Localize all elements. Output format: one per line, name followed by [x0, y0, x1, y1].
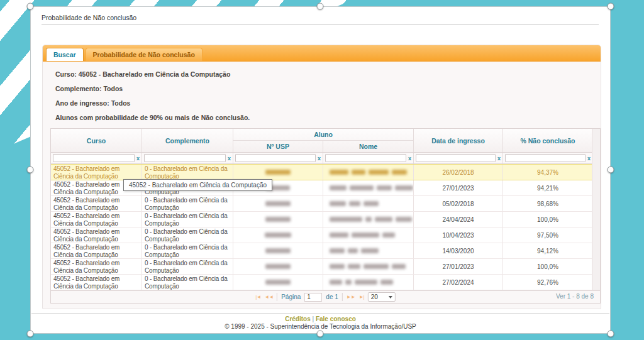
redacted-text-block [375, 217, 392, 222]
filter-clear-button[interactable]: x [587, 155, 591, 162]
summary-curso: Curso: 45052 - Bacharelado em Ciência da… [55, 70, 601, 85]
cell-data-ingresso: 27/01/2023 [414, 259, 503, 274]
selection-handle-top-left[interactable] [27, 3, 34, 10]
cell-pct-nao-conclusao: 94,12% [503, 243, 593, 258]
cell-complemento: 0 - Bacharelado em Ciência da Computação [142, 259, 233, 274]
redacted-text-block [348, 264, 360, 269]
redacted-text-block [392, 170, 407, 175]
grid-scrollbar-track [592, 129, 600, 290]
course-tooltip: 45052 - Bacharelado em Ciência da Comput… [123, 179, 272, 191]
cell-data-ingresso: 24/04/2024 [414, 212, 503, 227]
filter-clear-button[interactable]: x [136, 155, 140, 162]
editor-canvas: Probabilidade de Não conclusão Buscar Pr… [0, 0, 644, 340]
cell-complemento: 0 - Bacharelado em Ciência da Computação [142, 196, 233, 211]
column-header-nusp[interactable]: Nº USP [233, 141, 323, 152]
filter-input[interactable] [144, 154, 226, 162]
column-header-curso[interactable]: Curso [51, 129, 142, 152]
pager-page-input[interactable] [304, 293, 322, 302]
fale-conosco-link[interactable]: Fale conosco [316, 315, 356, 322]
cell-pct-nao-conclusao: 94,21% [503, 180, 593, 195]
cell-curso: 45052 - Bacharelado em Ciência da Comput… [51, 275, 142, 290]
selection-handle-bottom-left[interactable] [27, 331, 34, 337]
filter-clear-button[interactable]: x [408, 155, 411, 162]
page-size-select[interactable]: 20 [368, 292, 396, 302]
selection-handle-top-center[interactable] [317, 3, 324, 10]
cell-nome-redacted [323, 275, 414, 290]
screenshot-panel: Probabilidade de Não conclusão Buscar Pr… [30, 6, 611, 334]
redacted-text-block [350, 185, 374, 190]
filter-cell: x [414, 153, 503, 163]
table-row[interactable]: 45052 - Bacharelado em Ciência da Comput… [51, 164, 600, 180]
column-header-data-ingresso[interactable]: Data de ingresso [414, 129, 503, 152]
table-row[interactable]: 45052 - Bacharelado em Ciência da Comput… [51, 196, 600, 212]
table-row[interactable]: 45052 - Bacharelado em Ciência da Comput… [51, 228, 600, 243]
redacted-text-block [352, 233, 379, 238]
pager-last-icon[interactable]: ►| [359, 294, 364, 300]
creditos-link[interactable]: Créditos [285, 315, 311, 322]
redacted-text-block [395, 185, 413, 190]
cell-data-ingresso: 14/03/2020 [414, 243, 503, 258]
footer-divider [31, 313, 609, 314]
redacted-text-block [392, 264, 406, 269]
selection-handle-bottom-center[interactable] [317, 331, 324, 337]
tab-probabilidade-label: Probabilidade de Não conclusão [93, 51, 195, 58]
redacted-text-block [330, 233, 348, 238]
redacted-text-block [364, 201, 379, 206]
redacted-text-block [330, 264, 345, 269]
redacted-text-block [265, 248, 291, 253]
pager-prev-icon[interactable]: ◄◄ [264, 294, 273, 300]
filter-cell: x [233, 153, 323, 163]
redacted-text-block [364, 264, 389, 269]
summary-criterio: Alunos com probabilidade de 90% ou mais … [55, 114, 601, 128]
column-group-aluno: Aluno Nº USP Nome [233, 129, 414, 152]
redacted-text-block [265, 233, 291, 238]
table-row[interactable]: 45052 - Bacharelado em Ciência da Comput… [51, 275, 600, 290]
filter-input[interactable] [235, 154, 316, 162]
grid-header: Curso Complemento Aluno Nº USP Nome Data… [51, 129, 600, 153]
column-header-nome[interactable]: Nome [323, 141, 414, 152]
table-row[interactable]: 45052 - Bacharelado em Ciência da Comput… [51, 212, 600, 228]
grid-filter-row: xxxxxx [51, 153, 600, 164]
filter-clear-button[interactable]: x [228, 155, 231, 162]
column-group-aluno-label: Aluno [233, 129, 414, 141]
results-grid: Curso Complemento Aluno Nº USP Nome Data… [50, 128, 601, 304]
column-header-pct-nao-conclusao[interactable]: % Não conclusão [503, 129, 593, 152]
selection-handle-middle-right[interactable] [608, 167, 614, 173]
redacted-text-block [361, 248, 379, 253]
page-title: Probabilidade de Não conclusão [42, 14, 136, 21]
cell-nome-redacted [323, 180, 414, 195]
selection-handle-top-right[interactable] [608, 3, 614, 10]
redacted-text-block [330, 185, 347, 190]
filter-input[interactable] [53, 154, 135, 162]
cell-complemento: 0 - Bacharelado em Ciência da Computação [142, 212, 233, 227]
tab-probabilidade-nao-conclusao[interactable]: Probabilidade de Não conclusão [86, 48, 203, 61]
filter-clear-button[interactable]: x [497, 155, 501, 162]
redacted-text-block [377, 185, 392, 190]
pager-first-icon[interactable]: |◄ [255, 294, 260, 300]
pager-separator [342, 293, 343, 301]
redacted-text-block [330, 217, 362, 222]
pager-next-icon[interactable]: ►► [347, 294, 355, 300]
grid-pager: |◄ ◄◄ Página de 1 ►► ►| 20 [51, 290, 600, 303]
cell-nome-redacted [323, 196, 414, 211]
redacted-text-block [265, 280, 291, 285]
tab-buscar[interactable]: Buscar [46, 48, 84, 61]
selection-handle-middle-left[interactable] [27, 167, 34, 173]
column-header-complemento[interactable]: Complemento [142, 129, 233, 152]
table-row[interactable]: 45052 - Bacharelado em Ciência da Comput… [51, 259, 600, 275]
selection-handle-bottom-right[interactable] [608, 331, 614, 337]
filter-clear-button[interactable]: x [318, 155, 321, 162]
cell-curso: 45052 - Bacharelado em Ciência da Comput… [51, 243, 142, 258]
redacted-text-block [330, 280, 342, 285]
tab-buscar-label: Buscar [53, 51, 76, 58]
pager-view-info: Ver 1 - 8 de 8 [556, 293, 594, 300]
filter-input[interactable] [416, 154, 496, 162]
redacted-text-block [265, 264, 291, 269]
cell-pct-nao-conclusao: 100,0% [503, 259, 593, 274]
summary-complemento: Complemento: Todos [55, 85, 601, 99]
table-row[interactable]: 45052 - Bacharelado em Ciência da Comput… [51, 243, 600, 259]
filter-cell: x [323, 153, 414, 163]
filter-input[interactable] [505, 154, 586, 162]
filter-input[interactable] [325, 154, 406, 162]
pager-of-label: de 1 [326, 293, 338, 300]
